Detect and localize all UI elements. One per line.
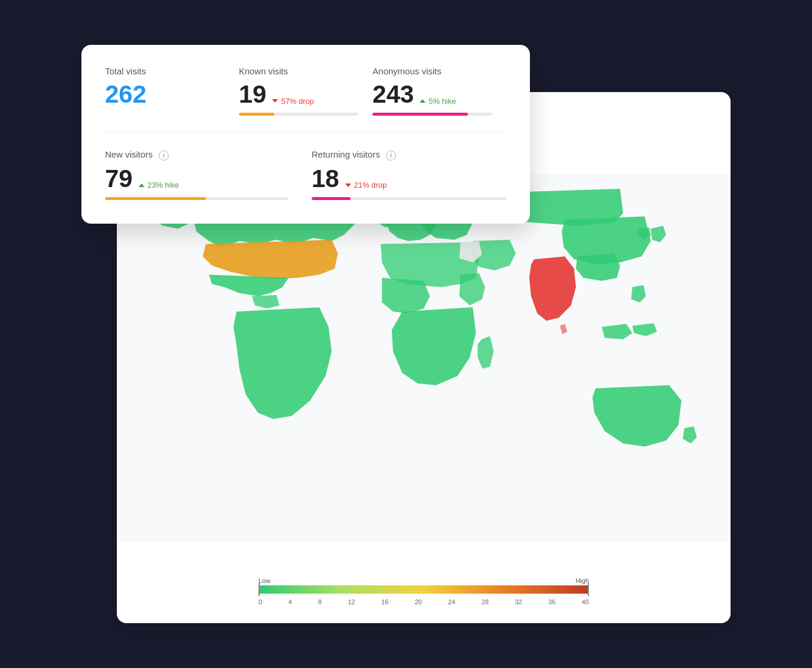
anonymous-visits-label: Anonymous visits	[372, 66, 492, 76]
returning-visitors-label: Returning visitors i	[312, 149, 506, 161]
legend-gradient	[258, 585, 589, 594]
returning-visitors-info-icon[interactable]: i	[386, 150, 396, 161]
anonymous-visits-value-row: 243 5% hike	[372, 82, 492, 107]
legend-numbers: 0 4 8 12 16 20 24 28 32 36 40	[258, 598, 589, 605]
known-visits-change: 57% drop	[272, 97, 314, 106]
new-visitors-value: 79	[105, 166, 133, 191]
known-visits-value-row: 19 57% drop	[239, 82, 359, 107]
returning-visitors-progress-wrap	[312, 197, 506, 200]
returning-visitors-change: 21% drop	[345, 181, 387, 189]
legend-high-label: High	[575, 577, 589, 584]
returning-visitors-value-row: 18 21% drop	[312, 166, 506, 191]
screenshot-container: Low High 0 4 8 12 16 20 24 28 3	[81, 45, 731, 623]
stats-card: Total visits 262 Known visits 19 57% dro…	[81, 45, 530, 224]
chevron-down-icon-2	[345, 184, 351, 187]
legend-tick-left	[258, 583, 260, 596]
new-visitors-change: 23% hike	[139, 181, 179, 189]
anonymous-visits-item: Anonymous visits 243 5% hike	[372, 66, 506, 116]
new-visitors-label: New visitors i	[105, 149, 288, 161]
chevron-up-icon	[420, 99, 425, 103]
new-visitors-value-row: 79 23% hike	[105, 166, 288, 191]
legend-low-label: Low	[258, 577, 270, 584]
anonymous-visits-progress-wrap	[372, 113, 492, 116]
known-visits-progress-wrap	[239, 113, 359, 116]
new-visitors-item: New visitors i 79 23% hike	[105, 149, 306, 200]
known-visits-progress-bar	[239, 113, 275, 116]
new-visitors-info-icon[interactable]: i	[159, 150, 169, 161]
legend-bar-wrap	[258, 585, 589, 596]
total-visits-item: Total visits 262	[105, 66, 239, 116]
known-visits-label: Known visits	[239, 66, 359, 76]
total-visits-value-row: 262	[105, 82, 225, 107]
anonymous-visits-value: 243	[372, 82, 414, 107]
known-visits-value: 19	[239, 82, 267, 107]
map-legend: Low High 0 4 8 12 16 20 24 28 3	[258, 577, 589, 605]
total-visits-label: Total visits	[105, 66, 225, 76]
returning-visitors-value: 18	[312, 166, 339, 191]
known-visits-item: Known visits 19 57% drop	[239, 66, 373, 116]
anonymous-visits-progress-bar	[372, 113, 468, 116]
chevron-down-icon	[272, 99, 278, 103]
stats-top-row: Total visits 262 Known visits 19 57% dro…	[105, 66, 506, 133]
legend-tick-right	[588, 583, 589, 596]
returning-visitors-item: Returning visitors i 18 21% drop	[306, 149, 506, 200]
anonymous-visits-change: 5% hike	[420, 97, 456, 106]
stats-bottom-row: New visitors i 79 23% hike Returning	[105, 149, 506, 200]
chevron-up-icon-2	[139, 184, 145, 187]
new-visitors-progress-bar	[105, 197, 206, 200]
total-visits-value: 262	[105, 82, 146, 107]
new-visitors-progress-wrap	[105, 197, 288, 200]
returning-visitors-progress-bar	[312, 197, 351, 200]
